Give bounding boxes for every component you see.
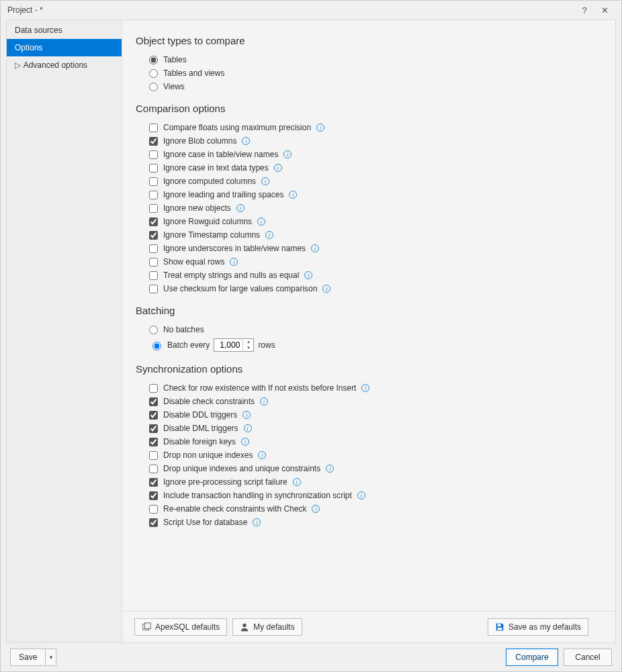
- info-icon[interactable]: i: [326, 465, 334, 473]
- sync-option[interactable]: Disable foreign keysi: [149, 435, 588, 448]
- comparison-option[interactable]: Ignore Timestamp columnsi: [149, 228, 588, 242]
- object-type-radio[interactable]: [149, 69, 158, 78]
- info-icon[interactable]: i: [257, 218, 265, 226]
- sync-checkbox[interactable]: [149, 491, 158, 500]
- info-icon[interactable]: i: [261, 177, 269, 185]
- comparison-option[interactable]: Ignore Blob columnsi: [149, 134, 588, 148]
- save-as-my-defaults-button[interactable]: Save as my defaults: [488, 618, 588, 636]
- sync-checkbox[interactable]: [149, 411, 158, 420]
- info-icon[interactable]: i: [258, 451, 266, 459]
- apexsql-defaults-button[interactable]: ApexSQL defaults: [134, 618, 227, 636]
- my-defaults-button[interactable]: My defaults: [232, 618, 302, 636]
- close-button[interactable]: ✕: [594, 5, 615, 15]
- comparison-checkbox[interactable]: [149, 218, 158, 226]
- sync-option[interactable]: Disable DDL triggersi: [149, 408, 588, 422]
- spinner-down-icon[interactable]: ▼: [243, 345, 253, 351]
- batching-no-batches[interactable]: No batches: [149, 323, 588, 336]
- info-icon[interactable]: i: [361, 384, 369, 392]
- info-icon[interactable]: i: [242, 411, 251, 419]
- comparison-option[interactable]: Ignore case in text data typesi: [149, 161, 588, 175]
- sync-option[interactable]: Drop unique indexes and unique constrain…: [149, 462, 588, 475]
- comparison-option[interactable]: Compare floats using maximum precisioni: [149, 121, 588, 134]
- help-button[interactable]: ?: [574, 5, 594, 15]
- compare-button[interactable]: Compare: [506, 649, 558, 666]
- object-type-radio[interactable]: [149, 83, 158, 91]
- save-dropdown-icon[interactable]: ▼: [45, 649, 56, 665]
- comparison-checkbox[interactable]: [149, 191, 158, 199]
- object-type-radio[interactable]: [149, 56, 158, 64]
- info-icon[interactable]: i: [242, 137, 250, 145]
- sync-option[interactable]: Check for row existence with If not exis…: [149, 381, 588, 395]
- sync-checkbox[interactable]: [149, 505, 158, 514]
- sync-option[interactable]: Script Use for databasei: [149, 516, 588, 529]
- comparison-checkbox[interactable]: [149, 177, 158, 186]
- info-icon[interactable]: i: [304, 271, 312, 279]
- comparison-checkbox[interactable]: [149, 285, 158, 293]
- sync-option[interactable]: Disable check constraintsi: [149, 395, 588, 408]
- cancel-button[interactable]: Cancel: [564, 649, 612, 666]
- save-split-button[interactable]: Save ▼: [10, 649, 56, 666]
- info-icon[interactable]: i: [322, 285, 330, 293]
- sync-checkbox[interactable]: [149, 384, 158, 393]
- info-icon[interactable]: i: [241, 438, 249, 446]
- info-icon[interactable]: i: [230, 258, 238, 266]
- comparison-option[interactable]: Ignore computed columnsi: [149, 175, 588, 188]
- comparison-option[interactable]: Show equal rowsi: [149, 255, 588, 269]
- info-icon[interactable]: i: [357, 491, 365, 499]
- info-icon[interactable]: i: [312, 505, 320, 513]
- comparison-checkbox[interactable]: [149, 271, 158, 280]
- object-type-option[interactable]: Views: [149, 80, 588, 93]
- sync-checkbox[interactable]: [149, 465, 158, 473]
- info-icon[interactable]: i: [316, 124, 324, 132]
- info-icon[interactable]: i: [293, 478, 301, 486]
- sidebar-item-options[interactable]: Options: [7, 39, 122, 56]
- sync-checkbox[interactable]: [149, 438, 158, 446]
- sync-option[interactable]: Include transaction handling in synchron…: [149, 489, 588, 502]
- batch-size-input[interactable]: [214, 339, 242, 351]
- comparison-option[interactable]: Ignore leading and trailing spacesi: [149, 188, 588, 201]
- comparison-option[interactable]: Ignore underscores in table/view namesi: [149, 242, 588, 255]
- spinner-up-icon[interactable]: ▲: [243, 339, 253, 345]
- save-button[interactable]: Save: [11, 649, 45, 665]
- info-icon[interactable]: i: [253, 518, 261, 526]
- batching-batch-every[interactable]: Batch every ▲ ▼ rows: [149, 336, 588, 354]
- comparison-checkbox[interactable]: [149, 164, 158, 173]
- comparison-checkbox[interactable]: [149, 204, 158, 213]
- no-batches-radio[interactable]: [149, 326, 158, 334]
- comparison-checkbox[interactable]: [149, 150, 158, 159]
- info-icon[interactable]: i: [244, 424, 252, 432]
- comparison-checkbox[interactable]: [149, 244, 158, 253]
- comparison-option[interactable]: Treat empty strings and nulls as equali: [149, 269, 588, 282]
- comparison-checkbox[interactable]: [149, 258, 158, 267]
- info-icon[interactable]: i: [283, 150, 292, 158]
- comparison-checkbox[interactable]: [149, 231, 158, 240]
- sync-option[interactable]: Ignore pre-processing script failurei: [149, 475, 588, 489]
- sync-checkbox[interactable]: [149, 397, 158, 406]
- object-type-option[interactable]: Tables: [149, 53, 588, 66]
- object-type-option[interactable]: Tables and views: [149, 66, 588, 80]
- info-icon[interactable]: i: [311, 244, 319, 252]
- info-icon[interactable]: i: [236, 204, 245, 212]
- sync-checkbox[interactable]: [149, 518, 158, 527]
- info-icon[interactable]: i: [289, 191, 297, 199]
- comparison-option[interactable]: Use checksum for large values comparison…: [149, 282, 588, 295]
- info-icon[interactable]: i: [260, 397, 268, 405]
- sync-checkbox[interactable]: [149, 451, 158, 460]
- comparison-option[interactable]: Ignore case in table/view namesi: [149, 148, 588, 161]
- sidebar-item-data-sources[interactable]: Data sources: [7, 21, 122, 39]
- comparison-checkbox[interactable]: [149, 124, 158, 132]
- comparison-option[interactable]: Ignore Rowguid columnsi: [149, 215, 588, 228]
- batch-size-spinner[interactable]: ▲ ▼: [214, 338, 254, 352]
- options-scroll[interactable]: Object types to compare TablesTables and…: [122, 20, 615, 611]
- info-icon[interactable]: i: [274, 164, 282, 172]
- sync-checkbox[interactable]: [149, 424, 158, 433]
- sync-option[interactable]: Drop non unique indexesi: [149, 448, 588, 462]
- sync-checkbox[interactable]: [149, 478, 158, 487]
- info-icon[interactable]: i: [265, 231, 273, 239]
- comparison-option[interactable]: Ignore new objectsi: [149, 201, 588, 215]
- sync-option[interactable]: Re-enable check constraints with Checki: [149, 502, 588, 516]
- sidebar-item-advanced-options[interactable]: ▷ Advanced options: [7, 56, 122, 74]
- sync-option[interactable]: Disable DML triggersi: [149, 422, 588, 435]
- comparison-checkbox[interactable]: [149, 137, 158, 146]
- batch-every-radio[interactable]: [152, 342, 161, 350]
